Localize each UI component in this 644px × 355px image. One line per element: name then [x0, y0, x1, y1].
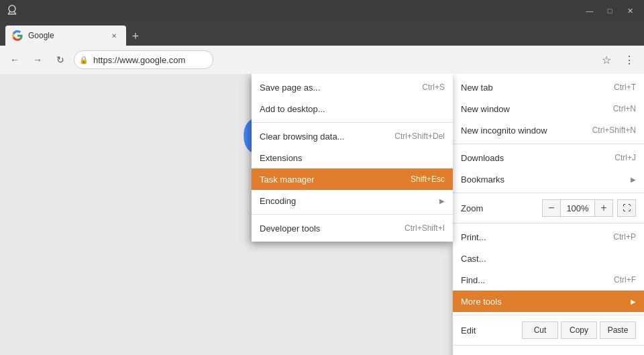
menu-settings[interactable]: [453, 348, 644, 355]
zoom-row: Zoom − 100% + ⛶: [453, 196, 644, 220]
minimize-button[interactable]: —: [581, 4, 598, 17]
menu-divider-1: [453, 144, 644, 144]
submenu-divider-2: [252, 214, 453, 215]
page-content: G o o g New tab Ctrl+T New window Ctrl+N…: [0, 74, 644, 355]
menu-divider-2: [453, 193, 644, 193]
submenu-task-manager[interactable]: Task manager Shift+Esc: [252, 168, 453, 190]
menu-bookmarks[interactable]: Bookmarks ▶: [453, 168, 644, 190]
window-controls: — □ ✕: [581, 4, 639, 17]
address-input[interactable]: [74, 50, 213, 69]
svg-point-0: [9, 5, 15, 12]
new-tab-button[interactable]: +: [126, 27, 145, 46]
menu-cast[interactable]: Cast...: [453, 248, 644, 269]
bookmark-star-button[interactable]: ☆: [597, 50, 616, 69]
menu-new-tab[interactable]: New tab Ctrl+T: [453, 77, 644, 98]
menu-new-incognito[interactable]: New incognito window Ctrl+Shift+N: [453, 119, 644, 141]
reload-button[interactable]: ↻: [51, 50, 70, 69]
edit-buttons: Cut Copy Paste: [522, 321, 636, 339]
submenu-save-page[interactable]: Save page as... Ctrl+S: [252, 77, 453, 98]
chrome-menu: New tab Ctrl+T New window Ctrl+N New inc…: [453, 74, 644, 355]
copy-button[interactable]: Copy: [561, 321, 597, 339]
menu-print[interactable]: Print... Ctrl+P: [453, 226, 644, 248]
submenu-developer-tools[interactable]: Developer tools Ctrl+Shift+I: [252, 217, 453, 239]
back-button[interactable]: ←: [5, 50, 24, 69]
encoding-arrow: ▶: [439, 197, 445, 205]
maximize-button[interactable]: □: [601, 4, 619, 17]
zoom-value: 100%: [561, 199, 594, 217]
more-tools-arrow: ▶: [631, 298, 636, 305]
tab-title: Google: [28, 31, 103, 40]
fullscreen-button[interactable]: ⛶: [617, 199, 636, 217]
cut-button[interactable]: Cut: [522, 321, 558, 339]
submenu-divider-1: [252, 122, 453, 123]
menu-downloads[interactable]: Downloads Ctrl+J: [453, 147, 644, 168]
bookmarks-arrow: ▶: [631, 176, 636, 183]
submenu-clear-browsing[interactable]: Clear browsing data... Ctrl+Shift+Del: [252, 125, 453, 147]
chrome-menu-button[interactable]: ⋮: [620, 50, 639, 69]
zoom-controls: − 100% +: [542, 199, 613, 217]
more-tools-submenu: Save page as... Ctrl+S Add to desktop...…: [252, 74, 453, 242]
menu-find[interactable]: Find... Ctrl+F: [453, 269, 644, 291]
submenu-add-desktop[interactable]: Add to desktop...: [252, 98, 453, 119]
menu-new-window[interactable]: New window Ctrl+N: [453, 98, 644, 119]
address-bar-container: 🔒: [74, 50, 593, 69]
nav-bar: ← → ↻ 🔒 ☆ ⋮: [0, 46, 644, 74]
tab-bar: Google ✕ +: [0, 21, 644, 46]
zoom-in-button[interactable]: +: [594, 199, 613, 217]
paste-button[interactable]: Paste: [600, 321, 636, 339]
tab-close-button[interactable]: ✕: [109, 30, 119, 41]
browser-tab[interactable]: Google ✕: [5, 26, 126, 46]
submenu-extensions[interactable]: Extensions: [252, 147, 453, 168]
menu-divider-4: [453, 315, 644, 315]
app-icon: [5, 4, 19, 17]
menu-divider-3: [453, 223, 644, 223]
edit-row: Edit Cut Copy Paste: [453, 318, 644, 342]
lock-icon: 🔒: [79, 56, 89, 64]
menu-more-tools[interactable]: More tools ▶: [453, 291, 644, 312]
menu-divider-5: [453, 345, 644, 346]
submenu-encoding[interactable]: Encoding ▶: [252, 190, 453, 211]
forward-button[interactable]: →: [28, 50, 47, 69]
title-bar: — □ ✕: [0, 0, 644, 21]
favicon: [12, 30, 23, 41]
close-button[interactable]: ✕: [621, 4, 639, 17]
zoom-out-button[interactable]: −: [542, 199, 561, 217]
